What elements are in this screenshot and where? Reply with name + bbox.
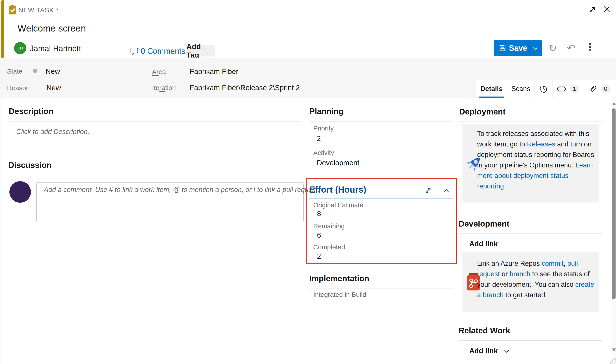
deployment-divider: [458, 121, 602, 122]
tab-scans-label: Scans: [511, 85, 530, 93]
state-label: State: [7, 67, 22, 75]
attachments-count-badge: 0: [601, 84, 611, 93]
implementation-divider: [309, 288, 453, 288]
related-work-add-link-label: Add link: [469, 347, 498, 355]
work-item-title-input[interactable]: Welcome screen: [17, 23, 86, 34]
links-count-badge: 1: [570, 84, 579, 93]
implementation-heading: Implementation: [309, 274, 369, 284]
inline-link[interactable]: commit: [542, 260, 564, 267]
assignee-initials: JH: [17, 46, 23, 51]
state-dot-icon: [33, 69, 37, 73]
completed-field[interactable]: 2: [317, 252, 321, 261]
resize-grip[interactable]: [607, 355, 616, 364]
development-divider: [458, 233, 602, 234]
effort-collapse-chevron-icon[interactable]: [442, 187, 450, 195]
close-icon[interactable]: [602, 4, 612, 14]
deployment-message: To track releases associated with this w…: [477, 129, 595, 192]
area-label: Area: [152, 68, 166, 76]
undo-icon[interactable]: ↶: [567, 43, 576, 53]
reason-label: Reason: [7, 84, 30, 92]
links-tab-button[interactable]: 1: [552, 79, 583, 98]
related-work-add-link-button[interactable]: Add link: [469, 347, 510, 355]
history-icon: [539, 84, 548, 93]
tab-details-label: Details: [480, 85, 503, 93]
work-item-type-label: NEW TASK *: [18, 6, 59, 14]
current-user-avatar: [9, 181, 31, 203]
add-tag-button[interactable]: Add Tag: [186, 45, 215, 56]
related-work-heading: Related Work: [458, 326, 510, 336]
state-field[interactable]: New: [46, 67, 60, 76]
scrollbar-down-arrow[interactable]: [612, 349, 616, 351]
development-heading: Development: [458, 219, 509, 229]
development-add-link-button[interactable]: Add link: [469, 239, 498, 248]
priority-label: Priority: [313, 124, 334, 132]
discussion-divider: [8, 175, 305, 175]
description-placeholder[interactable]: Click to add Description.: [16, 128, 89, 136]
tab-scans[interactable]: Scans: [507, 79, 535, 98]
integrated-in-build-label: Integrated in Build: [313, 291, 366, 299]
original-estimate-field[interactable]: 8: [317, 209, 321, 218]
task-type-icon: [8, 5, 17, 15]
discussion-heading: Discussion: [8, 160, 52, 170]
save-label: Save: [509, 44, 527, 53]
development-message: Link an Azure Repos commit, pull request…: [477, 258, 595, 300]
scrollbar-up-arrow[interactable]: [612, 102, 616, 105]
assignee-field[interactable]: Jamal Hartnett: [30, 44, 81, 53]
effort-heading: Effort (Hours): [309, 184, 366, 195]
description-divider: [9, 121, 302, 122]
dialog-left-border: [0, 0, 0, 364]
refresh-icon[interactable]: ↻: [549, 43, 557, 53]
active-tab-indicator: [479, 97, 504, 98]
assignee-avatar[interactable]: JH: [14, 42, 26, 54]
iteration-label: Iteration: [152, 84, 176, 92]
save-button[interactable]: Save: [494, 40, 542, 56]
activity-label: Activity: [313, 149, 334, 157]
inline-link[interactable]: Releases: [527, 140, 555, 148]
remaining-field[interactable]: 6: [317, 231, 321, 240]
description-heading: Description: [9, 107, 54, 116]
save-split-divider: [529, 41, 529, 55]
save-icon: [499, 44, 506, 52]
inline-link[interactable]: branch: [509, 270, 530, 278]
tab-bar: Details Scans 1: [476, 79, 616, 98]
effort-expand-icon[interactable]: [424, 186, 432, 194]
attachments-tab-button[interactable]: 0: [583, 79, 616, 98]
comment-bubble-icon: [130, 47, 138, 55]
scrollbar-thumb[interactable]: [612, 108, 616, 299]
planning-heading: Planning: [309, 107, 344, 116]
priority-field[interactable]: 2: [317, 134, 321, 143]
history-tab-button[interactable]: [535, 79, 552, 98]
deployment-heading: Deployment: [459, 107, 506, 117]
original-estimate-label: Original Estimate: [313, 201, 363, 209]
chevron-down-icon: [503, 348, 510, 355]
comments-link[interactable]: 0 Comments: [141, 47, 185, 56]
area-field[interactable]: Fabrikam Fiber: [190, 67, 238, 76]
save-dropdown-chevron-icon[interactable]: [532, 45, 539, 52]
completed-label: Completed: [313, 243, 345, 251]
related-work-divider: [458, 340, 602, 341]
planning-divider: [309, 121, 453, 122]
remaining-label: Remaining: [313, 222, 345, 230]
reason-field[interactable]: New: [46, 84, 61, 92]
effort-divider: [309, 198, 453, 199]
paperclip-icon: [589, 84, 598, 93]
links-icon: [556, 84, 566, 93]
task-type-color-bar: [1, 0, 4, 58]
activity-field[interactable]: Development: [317, 158, 359, 167]
iteration-field[interactable]: Fabrikam Fiber\Release 2\Sprint 2: [190, 83, 300, 92]
comment-placeholder: Add a comment. Use # to link a work item…: [44, 186, 319, 194]
tab-details[interactable]: Details: [476, 79, 507, 98]
more-options-kebab-icon[interactable]: ⋮: [585, 42, 595, 52]
maximize-icon[interactable]: [588, 5, 597, 14]
add-tag-label: Add Tag: [187, 42, 215, 59]
work-item-dialog: NEW TASK * Welcome screen JH Jamal Hartn…: [0, 0, 616, 364]
